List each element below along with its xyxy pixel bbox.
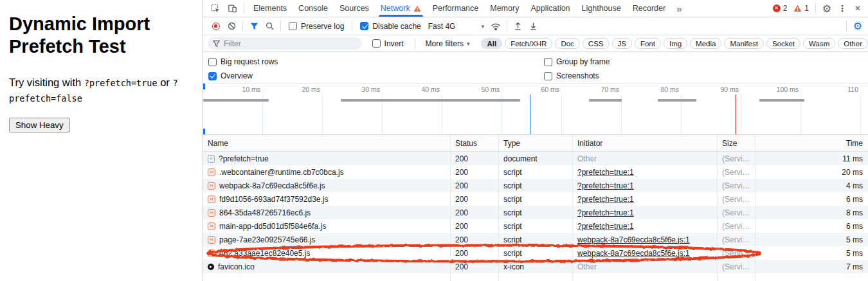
- invert-checkbox[interactable]: Invert: [372, 39, 404, 48]
- tab-lighthouse[interactable]: Lighthouse: [576, 0, 627, 17]
- ruler-gridline: [741, 95, 741, 134]
- more-filters-dropdown[interactable]: More filters ▾: [422, 39, 474, 48]
- checkbox-checked[interactable]: [208, 72, 217, 80]
- tab-memory[interactable]: Memory: [484, 0, 525, 17]
- device-toolbar-icon[interactable]: [224, 1, 240, 16]
- column-header-status[interactable]: Status: [451, 135, 499, 151]
- tab-elements[interactable]: Elements: [248, 0, 293, 17]
- initiator-cell[interactable]: ?prefetch=true:1: [573, 192, 718, 206]
- tab-application[interactable]: Application: [525, 0, 575, 17]
- preserve-log-checkbox[interactable]: Preserve log: [289, 22, 344, 31]
- close-devtools-icon[interactable]: ✕: [850, 1, 865, 16]
- tab-recorder[interactable]: Recorder: [627, 0, 671, 17]
- request-row[interactable]: ≡?prefetch=true200documentOther(Servi…11…: [203, 152, 868, 165]
- chip-fetchxhr[interactable]: Fetch/XHR: [505, 38, 552, 49]
- initiator-link[interactable]: ?prefetch=true:1: [577, 195, 634, 204]
- initiator-cell[interactable]: ?prefetch=true:1: [573, 179, 718, 192]
- initiator-link[interactable]: ?prefetch=true:1: [577, 222, 634, 231]
- chip-js[interactable]: JS: [612, 38, 632, 49]
- checkbox-unchecked[interactable]: [544, 72, 552, 80]
- kebab-menu-icon[interactable]: ⋮: [835, 1, 850, 16]
- initiator-cell[interactable]: webpack-8a7c69ecda8c5f6e.js:1: [573, 246, 718, 260]
- column-header-name[interactable]: Name: [203, 135, 451, 151]
- request-name-cell[interactable]: ‹›main-app-dd5d01d5f584e6fa.js: [203, 219, 451, 233]
- chip-css[interactable]: CSS: [583, 38, 610, 49]
- checkbox-unchecked[interactable]: [372, 39, 381, 48]
- disable-cache-checkbox[interactable]: Disable cache: [360, 22, 420, 31]
- request-row[interactable]: favicon.ico200x-iconOther(Servi…7 ms: [203, 260, 868, 273]
- tab-console[interactable]: Console: [293, 0, 334, 17]
- checkbox-unchecked[interactable]: [208, 58, 217, 66]
- settings-gear-icon[interactable]: ⚙: [819, 1, 835, 16]
- initiator-cell[interactable]: ?prefetch=true:1: [573, 206, 718, 219]
- option-checkbox[interactable]: Overview: [208, 69, 278, 83]
- request-name-cell[interactable]: ‹›864-35da487265716ec6.js: [203, 206, 451, 219]
- tab-performance[interactable]: Performance: [427, 0, 485, 17]
- request-row[interactable]: ‹›webpack-8a7c69ecda8c5f6e.js200script?p…: [203, 179, 868, 192]
- request-row[interactable]: ‹›.webcontainer@runtime.cb7c0bca.js200sc…: [203, 165, 868, 179]
- chip-doc[interactable]: Doc: [555, 38, 579, 49]
- initiator-link[interactable]: ?prefetch=true:1: [577, 208, 634, 217]
- column-header-size[interactable]: Size: [718, 135, 755, 151]
- request-row[interactable]: ‹›main-app-dd5d01d5f584e6fa.js200script?…: [203, 219, 868, 233]
- option-checkbox[interactable]: Group by frame: [544, 55, 610, 69]
- filter-funnel-icon[interactable]: [246, 19, 262, 34]
- request-row[interactable]: ‹›864-35da487265716ec6.js200script?prefe…: [203, 206, 868, 219]
- chip-manifest[interactable]: Manifest: [724, 38, 763, 49]
- export-har-icon[interactable]: [526, 19, 541, 34]
- chip-media[interactable]: Media: [690, 38, 721, 49]
- request-name-cell[interactable]: ‹›fd9d1056-693ad74f37592d3e.js: [203, 192, 451, 206]
- column-header-time[interactable]: Time: [755, 135, 868, 151]
- checkbox-unchecked[interactable]: [544, 58, 552, 66]
- chip-all[interactable]: All: [481, 38, 502, 49]
- tab-label: Network: [381, 4, 410, 13]
- overview-left-handle[interactable]: [203, 84, 205, 89]
- initiator-cell[interactable]: webpack-8a7c69ecda8c5f6e.js:1: [573, 233, 718, 246]
- network-toolbar: Preserve log Disable cache Fast 4G ▾ ⚙: [203, 17, 868, 35]
- throttling-dropdown[interactable]: Fast 4G ▾: [428, 22, 484, 31]
- request-name-cell[interactable]: ‹›.webcontainer@runtime.cb7c0bca.js: [203, 165, 451, 179]
- show-heavy-button[interactable]: Show Heavy: [9, 118, 70, 132]
- tab-sources[interactable]: Sources: [334, 0, 375, 17]
- chip-font[interactable]: Font: [635, 38, 661, 49]
- import-har-icon[interactable]: [511, 19, 526, 34]
- console-errors-badge[interactable]: ✕ 2: [773, 4, 788, 13]
- clear-network-log-icon[interactable]: [224, 19, 239, 34]
- initiator-cell[interactable]: ?prefetch=true:1: [573, 219, 718, 233]
- chip-img[interactable]: Img: [664, 38, 687, 49]
- checkbox-unchecked[interactable]: [289, 22, 297, 30]
- request-name-cell[interactable]: ‹›page-7ae23e0925745e66.js: [203, 233, 451, 246]
- size-cell: (Servi…: [718, 219, 755, 233]
- search-icon[interactable]: [262, 19, 277, 34]
- inspect-element-icon[interactable]: [207, 1, 224, 16]
- checkbox-checked[interactable]: [360, 22, 368, 30]
- filter-input[interactable]: Filter: [208, 37, 362, 50]
- chip-other[interactable]: Other: [838, 38, 868, 49]
- more-tabs-icon[interactable]: »: [671, 3, 687, 14]
- initiator-link[interactable]: ?prefetch=true:1: [577, 181, 634, 190]
- console-warnings-badge[interactable]: 1: [793, 4, 809, 13]
- column-header-initiator[interactable]: Initiator: [573, 135, 718, 151]
- column-header-type[interactable]: Type: [499, 135, 573, 151]
- option-checkbox[interactable]: Screenshots: [544, 69, 610, 83]
- overview-left-handle[interactable]: [203, 129, 205, 134]
- request-name-cell[interactable]: favicon.ico: [203, 260, 451, 273]
- record-network-log-icon[interactable]: [208, 19, 224, 34]
- network-overview-timeline[interactable]: 10 ms20 ms30 ms40 ms50 ms60 ms70 ms80 ms…: [203, 84, 868, 135]
- network-conditions-icon[interactable]: [488, 19, 503, 34]
- network-settings-gear-icon[interactable]: ⚙: [850, 19, 865, 34]
- initiator-link[interactable]: ?prefetch=true:1: [577, 168, 634, 177]
- request-row[interactable]: ‹›462.a33aae1ec82e40e5.js200scriptwebpac…: [203, 246, 868, 260]
- request-name-cell[interactable]: ‹›webpack-8a7c69ecda8c5f6e.js: [203, 179, 451, 192]
- tab-network[interactable]: Network: [375, 0, 427, 17]
- request-row[interactable]: ‹›page-7ae23e0925745e66.js200scriptwebpa…: [203, 233, 868, 246]
- initiator-cell[interactable]: ?prefetch=true:1: [573, 165, 718, 179]
- option-checkbox[interactable]: Big request rows: [208, 55, 278, 69]
- request-row[interactable]: ‹›fd9d1056-693ad74f37592d3e.js200script?…: [203, 192, 868, 206]
- initiator-link[interactable]: webpack-8a7c69ecda8c5f6e.js:1: [577, 249, 690, 258]
- chip-wasm[interactable]: Wasm: [803, 38, 835, 49]
- chip-socket[interactable]: Socket: [766, 38, 800, 49]
- initiator-link[interactable]: webpack-8a7c69ecda8c5f6e.js:1: [577, 235, 690, 244]
- request-name-cell[interactable]: ≡?prefetch=true: [203, 152, 451, 165]
- request-name-cell[interactable]: ‹›462.a33aae1ec82e40e5.js: [203, 246, 451, 260]
